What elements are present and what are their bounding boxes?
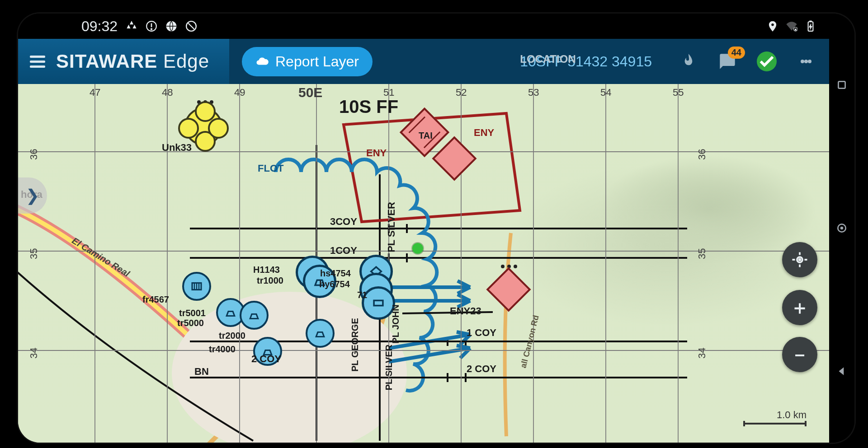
fire-icon[interactable] bbox=[679, 52, 698, 71]
boundary-label: 2 COY bbox=[467, 363, 496, 375]
notification-icon-1 bbox=[126, 20, 137, 32]
location-label: LOCATION bbox=[520, 52, 576, 66]
svg-rect-12 bbox=[810, 21, 811, 22]
unit-label: Unk33 bbox=[162, 142, 192, 154]
svg-rect-0 bbox=[838, 82, 845, 89]
globe-icon bbox=[165, 20, 177, 32]
report-layer-label: Report Layer bbox=[275, 53, 359, 70]
status-time: 09:32 bbox=[81, 18, 118, 35]
grid-row: 36 bbox=[696, 149, 708, 160]
unit-id: tr5001 bbox=[179, 308, 206, 318]
dnd-icon bbox=[185, 20, 197, 32]
phase-line-label: PL SILVER bbox=[384, 345, 394, 391]
hamburger-menu-button[interactable] bbox=[30, 53, 45, 70]
unit-id: tr5000 bbox=[177, 318, 204, 328]
boundary-label: 3COY bbox=[330, 216, 357, 228]
unit-friendly[interactable] bbox=[182, 272, 211, 301]
page-root: 09:32 × SITAWARE Edge bbox=[0, 0, 868, 448]
svg-point-49 bbox=[798, 258, 801, 261]
grid-col: 53 bbox=[528, 87, 539, 98]
location-readout[interactable]: LOCATION 10SFF 51432 34915 bbox=[520, 52, 679, 70]
nav-back-button[interactable] bbox=[835, 365, 848, 378]
grid-row: 35 bbox=[28, 248, 40, 259]
phase-line-label: PL SILVER bbox=[386, 202, 397, 252]
scale-label: 1.0 km bbox=[777, 409, 807, 421]
boundary-label: BN bbox=[194, 366, 209, 378]
phase-line-label: PL JOHN bbox=[391, 304, 401, 343]
grid-col: 49 bbox=[234, 87, 245, 98]
eny-label: ENY bbox=[366, 147, 387, 159]
unit-id: fr4567 bbox=[142, 294, 169, 305]
svg-line-8 bbox=[189, 23, 194, 29]
location-icon bbox=[767, 20, 778, 32]
grid-col: 55 bbox=[673, 87, 684, 98]
grid-col: 47 bbox=[90, 87, 100, 98]
unit-unknown[interactable] bbox=[184, 107, 222, 145]
chat-icon[interactable]: 44 bbox=[718, 52, 737, 71]
status-bar: 09:32 × bbox=[18, 14, 829, 39]
wifi-icon: × bbox=[786, 20, 797, 32]
nav-recent-button[interactable] bbox=[835, 79, 848, 91]
locate-me-button[interactable] bbox=[782, 242, 817, 277]
brand-label: SITAWARE Edge bbox=[56, 51, 209, 72]
grid-zone-label: 10S FF bbox=[339, 97, 398, 117]
eny-label: ENY bbox=[474, 127, 494, 139]
map-canvas[interactable]: 47 48 49 50E 51 52 53 54 55 36 35 34 36 … bbox=[18, 84, 829, 443]
cloud-icon bbox=[255, 55, 269, 68]
unit-id: tr4000 bbox=[209, 344, 236, 355]
tai-label: TAI bbox=[419, 131, 433, 141]
alert-icon bbox=[146, 20, 157, 32]
unit-friendly[interactable] bbox=[240, 301, 269, 330]
unit-id: H1143 bbox=[253, 265, 280, 275]
boundary-label: 2 COY bbox=[251, 353, 281, 365]
own-position-dot bbox=[412, 243, 423, 254]
unit-id: 71 bbox=[357, 290, 367, 300]
svg-point-5 bbox=[151, 28, 152, 30]
unit-id: tr2000 bbox=[219, 331, 245, 341]
unit-id: tr1000 bbox=[257, 275, 283, 286]
status-ok-icon[interactable] bbox=[757, 51, 777, 71]
eny23-label: ENY23 bbox=[450, 305, 481, 317]
battery-icon bbox=[805, 20, 816, 32]
grid-row: 34 bbox=[696, 348, 708, 359]
grid-easting-center: 50E bbox=[298, 85, 322, 100]
screen: 09:32 × SITAWARE Edge bbox=[18, 14, 829, 443]
nav-home-button[interactable] bbox=[835, 222, 848, 234]
unit-id: hy6754 bbox=[319, 279, 350, 289]
more-menu-button[interactable] bbox=[797, 52, 816, 71]
svg-point-2 bbox=[840, 227, 844, 230]
grid-row: 36 bbox=[28, 149, 40, 160]
chat-badge: 44 bbox=[728, 47, 745, 59]
app-bar: SITAWARE Edge Report Layer LOCATION 10SF… bbox=[18, 39, 829, 84]
zoom-in-button[interactable]: ＋ bbox=[782, 290, 817, 325]
android-nav-bar bbox=[829, 14, 854, 443]
boundary-label: 1 COY bbox=[467, 327, 496, 339]
report-layer-button[interactable]: Report Layer bbox=[242, 47, 373, 76]
svg-text:×: × bbox=[794, 28, 796, 32]
scale-bar: 1.0 km bbox=[743, 409, 807, 425]
flot-label: FLOT bbox=[258, 163, 283, 174]
grid-col: 54 bbox=[600, 87, 611, 98]
tablet-frame: 09:32 × SITAWARE Edge bbox=[18, 14, 854, 443]
unit-id: hs4754 bbox=[320, 268, 351, 279]
grid-row: 34 bbox=[28, 348, 40, 359]
grid-col: 52 bbox=[456, 87, 467, 98]
zoom-out-button[interactable]: － bbox=[782, 337, 817, 372]
svg-rect-47 bbox=[374, 300, 383, 305]
unit-friendly[interactable] bbox=[306, 319, 335, 348]
boundary-label: 1COY bbox=[330, 245, 357, 257]
grid-col: 48 bbox=[162, 87, 173, 98]
phase-line-label: PL GEORGE bbox=[350, 318, 360, 372]
brand-box: SITAWARE Edge bbox=[18, 39, 229, 84]
grid-row: 35 bbox=[696, 248, 708, 259]
